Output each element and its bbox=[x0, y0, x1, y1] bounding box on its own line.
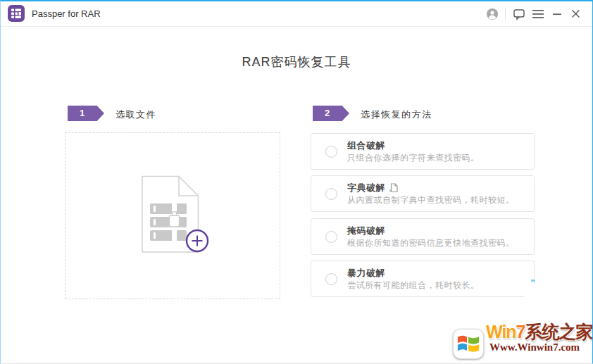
dictionary-file-icon[interactable] bbox=[389, 183, 398, 193]
method-radio[interactable] bbox=[325, 146, 337, 158]
method-title: 字典破解 bbox=[347, 182, 385, 194]
method-title: 掩码破解 bbox=[347, 225, 385, 237]
minimize-icon[interactable] bbox=[547, 1, 566, 26]
method-description: 尝试所有可能的组合，耗时较长。 bbox=[347, 280, 480, 291]
chat-icon[interactable] bbox=[509, 1, 528, 26]
menu-icon[interactable] bbox=[528, 1, 547, 26]
step1-badge: 1 bbox=[68, 106, 104, 121]
method-card-mask[interactable]: 掩码破解 根据你所知道的密码信息更快地查找密码。 bbox=[311, 218, 535, 255]
close-icon[interactable] bbox=[566, 1, 585, 26]
app-window: Passper for RAR bbox=[0, 0, 593, 364]
method-radio[interactable] bbox=[325, 231, 337, 243]
titlebar-controls bbox=[482, 1, 585, 26]
step1-label: 选取文件 bbox=[116, 108, 156, 121]
method-title: 暴力破解 bbox=[347, 267, 385, 280]
app-logo-icon bbox=[8, 5, 25, 22]
watermark-title: Win7系统之家 bbox=[486, 320, 593, 344]
step2-label: 选择恢复的方法 bbox=[361, 108, 432, 121]
method-description: 从内置或自制字典中查找密码，耗时较短。 bbox=[347, 194, 515, 206]
titlebar: Passper for RAR bbox=[1, 1, 592, 27]
windows-flag-icon bbox=[453, 329, 484, 359]
method-description: 只组合你选择的字符来查找密码。 bbox=[347, 152, 480, 164]
page-title: RAR密码恢复工具 bbox=[1, 54, 592, 70]
rar-archive-icon bbox=[150, 202, 187, 242]
method-card-combination[interactable]: 组合破解 只组合你选择的字符来查找密码。 bbox=[311, 133, 535, 170]
plus-icon bbox=[187, 230, 208, 251]
titlebar-separator bbox=[505, 8, 506, 20]
step2-badge: 2 bbox=[313, 106, 349, 121]
method-title: 组合破解 bbox=[347, 139, 385, 152]
add-file-button[interactable] bbox=[140, 175, 211, 254]
method-card-bruteforce[interactable]: 暴力破解 尝试所有可能的组合，耗时较长。 bbox=[311, 261, 535, 297]
method-card-dictionary[interactable]: 字典破解 从内置或自制字典中查找密码，耗时较短。 bbox=[311, 175, 535, 212]
user-account-icon[interactable] bbox=[482, 1, 501, 26]
method-radio[interactable] bbox=[325, 188, 337, 200]
blue-pixel-artifact bbox=[531, 280, 535, 282]
window-title: Passper for RAR bbox=[32, 1, 101, 26]
watermark-background-cutout bbox=[524, 279, 580, 307]
watermark-url: Www.Winwin7.com bbox=[489, 341, 580, 353]
site-watermark: Win7系统之家 Www.Winwin7.com bbox=[453, 320, 591, 362]
method-description: 根据你所知道的密码信息更快地查找密码。 bbox=[347, 237, 515, 249]
method-radio[interactable] bbox=[325, 273, 337, 285]
